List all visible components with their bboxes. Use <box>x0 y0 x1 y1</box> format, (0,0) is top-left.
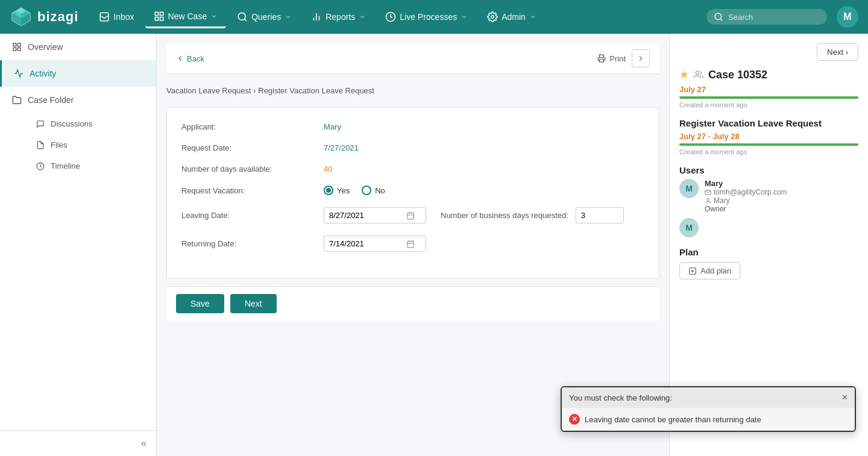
breadcrumb: Vacation Leave Request › Register Vacati… <box>166 81 659 100</box>
toast-body: ✕ Leaving date cannot be greater than re… <box>562 408 855 431</box>
reports-icon <box>311 11 322 22</box>
sidebar-item-overview[interactable]: Overview <box>0 34 156 60</box>
user-group-icon <box>694 70 703 80</box>
search-input[interactable] <box>728 13 813 22</box>
svg-rect-11 <box>155 17 158 20</box>
sidebar-item-case-folder[interactable]: Case Folder <box>0 87 156 113</box>
add-plan-button[interactable]: Add plan <box>679 262 740 280</box>
logo: bizagi <box>10 5 78 28</box>
returning-date-row: Returning Date: <box>181 236 644 252</box>
leaving-date-input[interactable] <box>329 211 401 220</box>
request-date-value: 7/27/2021 <box>324 143 359 152</box>
search-icon <box>714 12 723 22</box>
back-button[interactable]: Back <box>176 54 204 63</box>
radio-yes[interactable]: Yes <box>324 186 350 195</box>
user-email-0: tomh@agilityCorp.com <box>705 188 787 196</box>
days-available-label: Number of days available: <box>181 164 314 173</box>
chevron-down-icon <box>210 13 218 20</box>
print-button[interactable]: Print <box>597 54 626 63</box>
chevron-down-icon <box>285 13 292 20</box>
radio-no[interactable]: No <box>362 186 385 195</box>
plan-section: Plan Add plan <box>679 247 858 280</box>
save-button[interactable]: Save <box>176 294 224 313</box>
user-avatar-0: M <box>679 179 699 198</box>
form-bottom-bar: Save Next <box>166 286 659 320</box>
search-box[interactable] <box>706 9 827 25</box>
business-days-input[interactable] <box>576 207 624 223</box>
request-vacation-row: Request Vacation: Yes No <box>181 186 644 195</box>
sidebar-item-overview-label: Overview <box>28 42 63 52</box>
toast-close-button[interactable]: × <box>842 392 848 403</box>
sidebar-item-timeline-label: Timeline <box>51 161 80 170</box>
svg-point-19 <box>715 13 722 20</box>
progress-bar-1 <box>679 96 858 99</box>
user-row-1: M <box>679 218 858 237</box>
files-icon <box>36 141 45 149</box>
nav-queries[interactable]: Queries <box>228 7 300 27</box>
created-label-2: Created a moment ago <box>679 148 858 155</box>
nav-reports[interactable]: Reports <box>303 7 374 27</box>
nav-inbox[interactable]: Inbox <box>90 7 142 27</box>
progress-bar-wrap-2 <box>679 143 858 146</box>
request-vacation-label: Request Vacation: <box>181 186 314 195</box>
radio-yes-dot <box>324 186 333 195</box>
toast-header: You must check the following: × <box>562 387 855 408</box>
returning-date-input[interactable] <box>329 239 401 248</box>
next-top-button[interactable]: Next › <box>817 43 858 61</box>
discussions-icon <box>36 120 45 128</box>
svg-rect-9 <box>160 12 163 15</box>
person-icon <box>705 198 711 204</box>
case-header: ★ Case 10352 <box>679 68 858 81</box>
user-row-0: M Mary tomh@agilityCorp.com Mary Owner <box>679 179 858 213</box>
sidebar-item-case-folder-label: Case Folder <box>28 95 74 105</box>
star-icon[interactable]: ★ <box>679 68 689 81</box>
collapse-button[interactable]: « <box>141 438 146 449</box>
date-label-1: July 27 <box>679 85 858 94</box>
nav-forward-button[interactable] <box>632 49 650 67</box>
request-date-label: Request Date: <box>181 143 314 152</box>
gear-icon <box>487 11 498 22</box>
plan-title: Plan <box>679 247 858 257</box>
svg-point-35 <box>696 71 699 74</box>
nav-live-processes[interactable]: Live Processes <box>377 7 476 27</box>
progress-bar-2 <box>679 143 858 146</box>
sidebar-item-timeline[interactable]: Timeline <box>24 155 156 176</box>
sidebar-item-discussions[interactable]: Discussions <box>24 113 156 134</box>
nav-admin[interactable]: Admin <box>479 7 545 27</box>
progress-bar-wrap-1 <box>679 96 858 99</box>
business-days-wrap: Number of business days requested: <box>441 207 624 223</box>
nav-new-case[interactable]: New Case <box>145 6 227 28</box>
activity-title: Register Vacation Leave Request <box>679 118 858 128</box>
print-icon <box>597 54 606 63</box>
add-plan-icon <box>688 267 697 275</box>
leaving-date-input-wrap[interactable] <box>324 207 426 223</box>
leaving-date-row: Leaving Date: Number of business days re… <box>181 207 644 223</box>
sidebar-item-discussions-label: Discussions <box>51 119 92 128</box>
chevron-right-icon <box>637 54 645 63</box>
svg-point-18 <box>491 16 494 19</box>
chevron-down-icon <box>359 13 366 20</box>
request-vacation-radio: Yes No <box>324 186 385 195</box>
sidebar-item-activity[interactable]: Activity <box>0 60 156 87</box>
leaving-date-label: Leaving Date: <box>181 211 314 220</box>
queries-icon <box>237 11 248 22</box>
returning-date-input-wrap[interactable] <box>324 236 426 252</box>
user-avatar[interactable]: M <box>837 6 858 28</box>
users-title: Users <box>679 165 858 175</box>
sidebar-bottom: « <box>0 430 156 456</box>
radio-no-dot <box>362 186 371 195</box>
next-button[interactable]: Next <box>230 294 277 313</box>
logo-text: bizagi <box>37 9 78 25</box>
inbox-icon <box>99 11 110 22</box>
back-arrow-icon <box>176 54 184 63</box>
sidebar-item-files[interactable]: Files <box>24 134 156 155</box>
sidebar: Overview Activity Case Folder Discussion… <box>0 34 157 456</box>
folder-icon <box>12 95 22 105</box>
live-icon <box>385 11 396 22</box>
date-range-2: July 27 - July 28 <box>679 132 858 141</box>
sidebar-item-activity-label: Activity <box>30 69 56 78</box>
activity-section-title: Register Vacation Leave Request <box>679 118 858 128</box>
email-icon <box>705 189 711 196</box>
days-available-value: 40 <box>324 164 332 173</box>
request-date-row: Request Date: 7/27/2021 <box>181 143 644 152</box>
